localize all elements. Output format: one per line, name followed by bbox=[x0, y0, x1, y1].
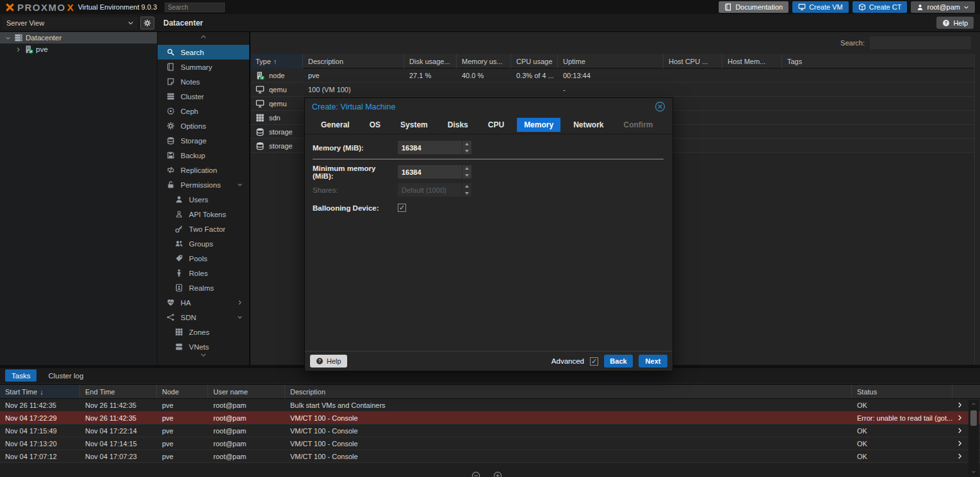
column-header-start-time[interactable]: Start Time↓ bbox=[0, 385, 80, 398]
column-header-host-cpu[interactable]: Host CPU ... bbox=[664, 54, 723, 69]
column-header-type[interactable]: Type↑ bbox=[250, 54, 303, 69]
help-button[interactable]: ? Help bbox=[936, 17, 974, 29]
column-header-tags[interactable]: Tags bbox=[782, 54, 975, 69]
memory-spinner[interactable] bbox=[462, 141, 471, 154]
sidebar-item-api-tokens[interactable]: API Tokens bbox=[158, 207, 249, 222]
chevron-right-icon[interactable] bbox=[237, 299, 243, 307]
sidebar-item-notes[interactable]: Notes bbox=[158, 74, 249, 89]
tab-os[interactable]: OS bbox=[363, 118, 388, 132]
task-row[interactable]: Nov 26 11:42:35Nov 26 11:42:35pveroot@pa… bbox=[0, 399, 980, 412]
column-header-uptime[interactable]: Uptime bbox=[558, 54, 664, 69]
scrollbar-thumb[interactable] bbox=[970, 410, 977, 426]
dialog-titlebar[interactable]: Create: Virtual Machine bbox=[305, 98, 673, 115]
scroll-down-arrow[interactable] bbox=[968, 468, 979, 476]
chevron-right-icon[interactable] bbox=[952, 424, 967, 437]
cell: VM/CT 100 - Console bbox=[285, 437, 852, 449]
create-ct-button[interactable]: Create CT bbox=[853, 1, 908, 13]
min-memory-input[interactable]: 16384 bbox=[398, 165, 471, 179]
sidebar-item-groups[interactable]: Groups bbox=[158, 236, 249, 251]
sidebar-item-sdn[interactable]: SDN bbox=[158, 310, 249, 325]
create-vm-button[interactable]: Create VM bbox=[792, 1, 849, 13]
key-icon bbox=[174, 225, 184, 233]
table-row[interactable]: nodepve27.1 %40.0 %0.3% of 4 ...00:13:44 bbox=[250, 69, 975, 83]
sidebar-item-vnets[interactable]: VNets bbox=[158, 339, 249, 350]
tree-node-datacenter[interactable]: Datacenter bbox=[0, 32, 157, 44]
min-memory-spinner[interactable] bbox=[462, 165, 471, 179]
chevron-down-icon bbox=[127, 20, 134, 26]
chevron-down-icon[interactable] bbox=[4, 35, 12, 41]
tree-node-pve[interactable]: pve bbox=[0, 44, 157, 55]
global-search-input[interactable] bbox=[165, 3, 225, 12]
user-menu-button[interactable]: root@pam bbox=[911, 1, 975, 13]
dialog-help-button[interactable]: ? Help bbox=[310, 355, 347, 368]
column-header-disk-usage[interactable]: Disk usage... bbox=[404, 54, 457, 69]
task-row[interactable]: Nov 04 17:13:20Nov 04 17:14:15pveroot@pa… bbox=[0, 437, 980, 450]
sidebar-item-cluster[interactable]: Cluster bbox=[158, 89, 249, 104]
table-row[interactable]: qemu100 (VM 100)- bbox=[250, 83, 975, 97]
zoom-in-icon[interactable] bbox=[493, 471, 502, 477]
sidebar-item-storage[interactable]: Storage bbox=[158, 133, 249, 148]
dialog-body: Memory (MiB): 16384 Minimum memory (MiB)… bbox=[305, 134, 673, 351]
sidebar-item-ceph[interactable]: Ceph bbox=[158, 104, 249, 118]
search-input[interactable] bbox=[870, 36, 971, 49]
scroll-up-arrow[interactable] bbox=[968, 400, 979, 408]
column-header-cpu-usage[interactable]: CPU usage bbox=[511, 54, 558, 69]
tab-system[interactable]: System bbox=[393, 118, 435, 132]
tab-cpu[interactable]: CPU bbox=[481, 118, 511, 132]
task-row[interactable]: Nov 04 17:15:49Nov 04 17:22:14pveroot@pa… bbox=[0, 424, 980, 437]
sidebar-item-pools[interactable]: Pools bbox=[158, 251, 249, 266]
chevron-down-icon[interactable] bbox=[237, 314, 243, 321]
tab-network[interactable]: Network bbox=[566, 118, 610, 132]
task-scrollbar[interactable] bbox=[968, 400, 979, 476]
sidebar-item-ha[interactable]: HA bbox=[158, 295, 249, 310]
sidebar-item-permissions[interactable]: Permissions bbox=[158, 177, 249, 192]
column-header-host-mem[interactable]: Host Mem... bbox=[723, 54, 782, 69]
tab-cluster-log[interactable]: Cluster log bbox=[42, 369, 90, 382]
ballooning-checkbox[interactable]: ✓ bbox=[398, 204, 406, 212]
column-header-node[interactable]: Node bbox=[157, 385, 208, 398]
cell: root@pam bbox=[208, 450, 285, 462]
advanced-checkbox[interactable]: ✓ bbox=[590, 357, 598, 366]
tab-disks[interactable]: Disks bbox=[441, 118, 475, 132]
column-header-description[interactable]: Description bbox=[285, 385, 852, 398]
sidebar-item-users[interactable]: Users bbox=[158, 192, 249, 207]
close-icon[interactable] bbox=[655, 101, 666, 112]
sidebar-item-search[interactable]: Search bbox=[158, 45, 249, 60]
back-button[interactable]: Back bbox=[604, 355, 633, 368]
tree-settings-button[interactable] bbox=[140, 17, 154, 29]
next-button[interactable]: Next bbox=[639, 355, 667, 368]
create-vm-dialog: Create: Virtual Machine GeneralOSSystemD… bbox=[304, 97, 673, 371]
documentation-button[interactable]: Documentation bbox=[719, 1, 788, 13]
chevron-right-icon[interactable] bbox=[952, 437, 967, 449]
sidebar-item-label: Zones bbox=[189, 328, 209, 336]
tab-general[interactable]: General bbox=[314, 118, 357, 132]
task-row[interactable]: Nov 04 17:07:12Nov 04 17:07:23pveroot@pa… bbox=[0, 450, 980, 463]
sidebar-item-two-factor[interactable]: Two Factor bbox=[158, 222, 249, 236]
tab-tasks[interactable]: Tasks bbox=[5, 369, 37, 382]
sidebar-item-backup[interactable]: Backup bbox=[158, 148, 249, 163]
scroll-down-indicator[interactable] bbox=[158, 352, 249, 359]
column-header-memory-us[interactable]: Memory us... bbox=[457, 54, 511, 69]
sidebar-item-zones[interactable]: Zones bbox=[158, 325, 249, 339]
datacenter-icon bbox=[14, 33, 23, 42]
memory-input[interactable]: 16384 bbox=[398, 141, 471, 154]
scroll-up-indicator[interactable] bbox=[158, 33, 249, 40]
zoom-out-icon[interactable] bbox=[471, 471, 480, 477]
chevron-right-icon[interactable] bbox=[952, 412, 967, 424]
column-header-status[interactable]: Status bbox=[852, 385, 952, 398]
view-mode-select[interactable]: Server View bbox=[3, 17, 138, 29]
sidebar-item-options[interactable]: Options bbox=[158, 118, 249, 133]
chevron-right-icon[interactable] bbox=[952, 399, 967, 411]
task-row[interactable]: Nov 04 17:22:29Nov 26 11:42:35pveroot@pa… bbox=[0, 412, 980, 424]
column-header-user-name[interactable]: User name bbox=[208, 385, 285, 398]
tab-memory[interactable]: Memory bbox=[517, 118, 560, 132]
chevron-right-icon[interactable] bbox=[952, 450, 967, 462]
chevron-down-icon[interactable] bbox=[237, 181, 243, 189]
sidebar-item-replication[interactable]: Replication bbox=[158, 163, 249, 177]
column-header-description[interactable]: Description bbox=[303, 54, 404, 69]
sidebar-item-summary[interactable]: Summary bbox=[158, 60, 249, 74]
sidebar-item-realms[interactable]: Realms bbox=[158, 280, 249, 295]
chevron-right-icon[interactable] bbox=[14, 47, 22, 53]
sidebar-item-roles[interactable]: Roles bbox=[158, 266, 249, 280]
column-header-end-time[interactable]: End Time bbox=[80, 385, 157, 398]
